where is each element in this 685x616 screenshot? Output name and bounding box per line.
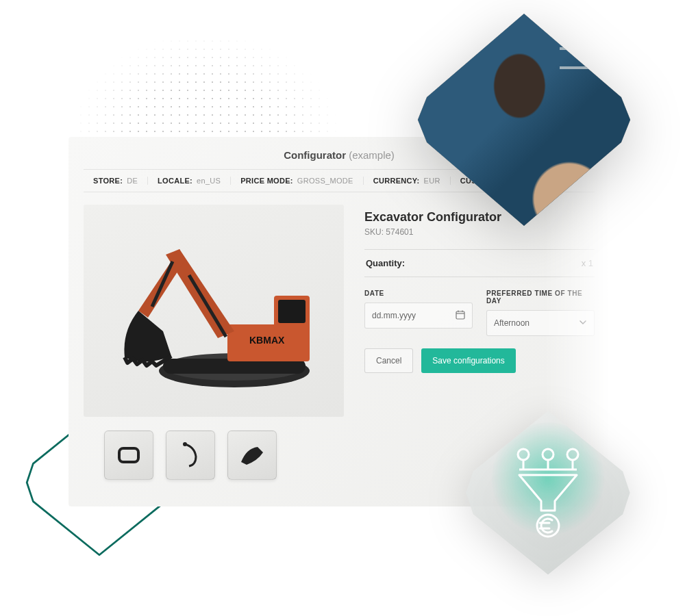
- meta-price-mode-label: PRICE MODE:: [240, 177, 293, 185]
- svg-line-9: [189, 275, 226, 337]
- cancel-button[interactable]: Cancel: [364, 348, 413, 373]
- svg-point-12: [183, 442, 187, 446]
- product-brand-text: KBMAX: [249, 335, 285, 346]
- svg-rect-6: [278, 300, 306, 323]
- thumbnail-row: [84, 431, 344, 480]
- funnel-icon-diamond: [459, 404, 637, 582]
- svg-point-18: [543, 449, 553, 460]
- date-input[interactable]: dd.mm.yyyy: [364, 303, 473, 329]
- svg-point-17: [518, 449, 529, 460]
- sku-label: SKU:: [364, 227, 384, 237]
- meta-store[interactable]: STORE: DE: [84, 177, 148, 185]
- save-button[interactable]: Save configurations: [421, 348, 515, 373]
- quantity-label: Quantity:: [366, 258, 405, 268]
- part-base-icon: [114, 440, 144, 470]
- part-bucket-icon: [237, 440, 267, 470]
- panel-title-text: Configurator: [284, 149, 346, 161]
- quantity-row: Quantity: x 1: [364, 249, 595, 277]
- excavator-icon: KBMAX: [97, 222, 330, 400]
- meta-locale-label: LOCALE:: [158, 177, 192, 185]
- meta-price-mode-value: GROSS_MODE: [297, 177, 353, 185]
- date-field-label: DATE: [364, 290, 473, 297]
- time-field-label: PREFERRED TIME OF THE DAY: [486, 290, 595, 305]
- meta-price-mode[interactable]: PRICE MODE: GROSS_MODE: [231, 177, 364, 185]
- save-button-label: Save configurations: [432, 356, 504, 365]
- thumbnail-2[interactable]: [166, 431, 215, 480]
- meta-locale[interactable]: LOCALE: en_US: [148, 177, 231, 185]
- time-select[interactable]: Afternoon: [486, 310, 595, 336]
- svg-rect-13: [456, 311, 464, 319]
- thumbnail-3[interactable]: [227, 431, 277, 480]
- product-3d-view[interactable]: KBMAX: [84, 205, 344, 417]
- panel-title-suffix: (example): [349, 149, 395, 161]
- svg-point-19: [567, 449, 578, 460]
- quantity-value: x 1: [582, 258, 593, 268]
- svg-rect-11: [119, 448, 138, 462]
- meta-store-label: STORE:: [93, 177, 123, 185]
- funnel-euro-icon: [507, 445, 589, 541]
- chevron-down-icon: [579, 318, 587, 329]
- cancel-button-label: Cancel: [376, 356, 401, 365]
- meta-store-value: DE: [127, 177, 138, 185]
- sku-value: 574601: [386, 227, 413, 237]
- calendar-icon: [456, 310, 465, 322]
- time-value: Afternoon: [494, 318, 530, 328]
- part-arm-icon: [175, 440, 206, 470]
- thumbnail-1[interactable]: [104, 431, 153, 480]
- person-photo: [411, 7, 637, 233]
- person-photo-diamond: [411, 7, 637, 233]
- meta-locale-value: en_US: [197, 177, 221, 185]
- date-placeholder: dd.mm.yyyy: [372, 311, 416, 320]
